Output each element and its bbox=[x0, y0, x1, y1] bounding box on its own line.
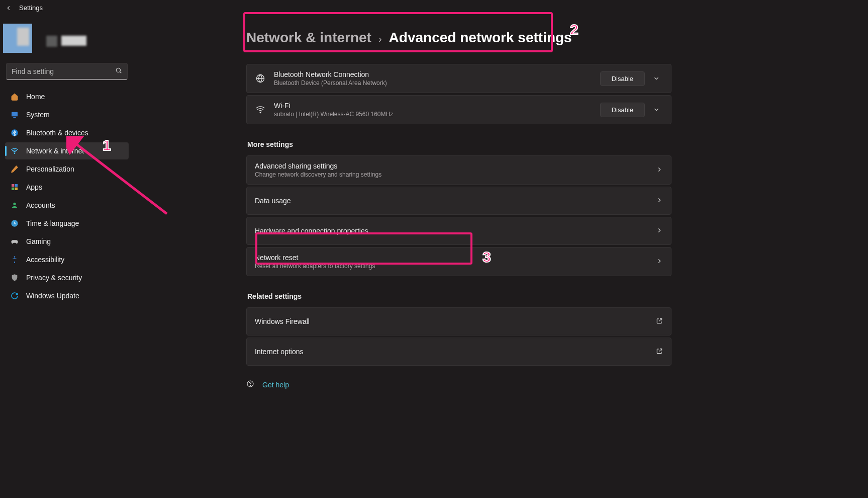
sidebar: Home System Bluetooth & devices Network … bbox=[0, 16, 136, 498]
back-icon[interactable] bbox=[5, 5, 12, 12]
user-block bbox=[3, 19, 131, 62]
system-icon bbox=[10, 110, 19, 119]
disable-button[interactable]: Disable bbox=[600, 71, 645, 86]
sidebar-item-network[interactable]: Network & internet bbox=[5, 142, 129, 159]
sidebar-item-label: Gaming bbox=[26, 237, 51, 245]
settings-item-title: Internet options bbox=[255, 348, 648, 356]
sidebar-item-label: Bluetooth & devices bbox=[26, 129, 88, 137]
sidebar-item-label: Windows Update bbox=[26, 292, 79, 300]
settings-item-advanced-sharing[interactable]: Advanced sharing settings Change network… bbox=[246, 155, 671, 185]
sidebar-item-label: Privacy & security bbox=[26, 274, 82, 282]
wifi-icon bbox=[255, 104, 266, 115]
sidebar-item-label: System bbox=[26, 111, 50, 119]
sidebar-item-privacy[interactable]: Privacy & security bbox=[5, 269, 129, 286]
svg-rect-8 bbox=[15, 188, 18, 190]
home-icon bbox=[10, 92, 19, 101]
sidebar-item-label: Accounts bbox=[26, 201, 55, 209]
accounts-icon bbox=[10, 201, 19, 210]
sidebar-item-time[interactable]: Time & language bbox=[5, 215, 129, 232]
svg-rect-7 bbox=[12, 188, 14, 190]
section-related-settings: Related settings bbox=[247, 292, 671, 300]
sidebar-item-bluetooth[interactable]: Bluetooth & devices bbox=[5, 124, 129, 141]
breadcrumb-current: Advanced network settings bbox=[389, 30, 572, 46]
disable-button[interactable]: Disable bbox=[600, 103, 645, 117]
search-input[interactable] bbox=[6, 63, 128, 80]
section-more-settings: More settings bbox=[247, 140, 671, 148]
app-title: Settings bbox=[19, 4, 43, 12]
svg-point-15 bbox=[250, 385, 250, 386]
sidebar-item-gaming[interactable]: Gaming bbox=[5, 233, 129, 250]
sidebar-nav: Home System Bluetooth & devices Network … bbox=[3, 88, 131, 304]
sidebar-item-label: Network & internet bbox=[26, 147, 84, 155]
sidebar-item-label: Accessibility bbox=[26, 256, 64, 264]
apps-icon bbox=[10, 183, 19, 192]
svg-rect-6 bbox=[15, 184, 18, 187]
adapter-subtitle: subrato | Intel(R) Wireless-AC 9560 160M… bbox=[274, 111, 592, 118]
search-field[interactable] bbox=[12, 67, 115, 75]
sidebar-item-label: Home bbox=[26, 93, 45, 101]
settings-item-data-usage[interactable]: Data usage bbox=[246, 187, 671, 215]
settings-item-title: Windows Firewall bbox=[255, 317, 648, 325]
svg-point-4 bbox=[14, 153, 15, 153]
settings-item-subtitle: Change network discovery and sharing set… bbox=[255, 171, 648, 178]
get-help-label: Get help bbox=[262, 381, 289, 389]
breadcrumb-parent[interactable]: Network & internet bbox=[246, 30, 371, 46]
chevron-right-icon bbox=[656, 197, 663, 205]
sidebar-item-update[interactable]: Windows Update bbox=[5, 287, 129, 304]
chevron-down-icon[interactable] bbox=[650, 103, 663, 116]
update-icon bbox=[10, 291, 19, 300]
settings-item-network-reset[interactable]: Network reset Reset all network adapters… bbox=[246, 247, 671, 276]
globe-icon bbox=[255, 73, 266, 84]
external-link-icon bbox=[656, 317, 663, 326]
adapter-title: Wi-Fi bbox=[274, 102, 592, 110]
chevron-right-icon bbox=[656, 258, 663, 266]
chevron-right-icon bbox=[656, 166, 663, 175]
accessibility-icon bbox=[10, 255, 19, 264]
external-link-icon bbox=[656, 348, 663, 356]
help-icon bbox=[246, 380, 254, 389]
svg-point-0 bbox=[116, 68, 120, 72]
sidebar-item-personalization[interactable]: Personalization bbox=[5, 160, 129, 178]
settings-item-title: Advanced sharing settings bbox=[255, 162, 648, 170]
sidebar-item-apps[interactable]: Apps bbox=[5, 179, 129, 196]
svg-point-3 bbox=[11, 129, 18, 136]
sidebar-item-label: Apps bbox=[26, 183, 42, 191]
sidebar-item-accounts[interactable]: Accounts bbox=[5, 197, 129, 214]
svg-point-11 bbox=[14, 256, 16, 258]
settings-item-title: Network reset bbox=[255, 254, 648, 262]
svg-point-9 bbox=[13, 203, 16, 205]
adapter-card-bluetooth[interactable]: Bluetooth Network Connection Bluetooth D… bbox=[246, 64, 671, 93]
settings-item-subtitle: Reset all network adapters to factory se… bbox=[255, 263, 648, 270]
privacy-icon bbox=[10, 273, 19, 282]
titlebar: Settings bbox=[0, 0, 868, 16]
settings-item-internet-options[interactable]: Internet options bbox=[246, 338, 671, 366]
search-icon bbox=[115, 67, 122, 75]
adapter-subtitle: Bluetooth Device (Personal Area Network) bbox=[274, 79, 592, 87]
sidebar-item-label: Personalization bbox=[26, 165, 74, 173]
settings-item-firewall[interactable]: Windows Firewall bbox=[246, 307, 671, 336]
adapter-title: Bluetooth Network Connection bbox=[274, 70, 592, 78]
sidebar-item-system[interactable]: System bbox=[5, 106, 129, 123]
time-icon bbox=[10, 219, 19, 228]
settings-item-hardware-props[interactable]: Hardware and connection properties bbox=[246, 217, 671, 245]
settings-item-title: Hardware and connection properties bbox=[255, 227, 648, 235]
avatar bbox=[3, 24, 32, 53]
gaming-icon bbox=[10, 237, 19, 246]
sidebar-item-label: Time & language bbox=[26, 219, 79, 227]
personalization-icon bbox=[10, 164, 19, 174]
bluetooth-icon bbox=[10, 128, 19, 137]
chevron-right-icon bbox=[656, 227, 663, 235]
main-content: Network & internet › Advanced network se… bbox=[136, 16, 868, 498]
svg-rect-5 bbox=[12, 184, 14, 187]
settings-item-title: Data usage bbox=[255, 197, 648, 205]
sidebar-item-home[interactable]: Home bbox=[5, 88, 129, 105]
chevron-down-icon[interactable] bbox=[650, 72, 663, 85]
network-icon bbox=[10, 146, 19, 155]
svg-rect-1 bbox=[12, 112, 18, 117]
svg-point-13 bbox=[260, 112, 261, 113]
adapter-card-wifi[interactable]: Wi-Fi subrato | Intel(R) Wireless-AC 956… bbox=[246, 95, 671, 124]
breadcrumb: Network & internet › Advanced network se… bbox=[246, 30, 858, 46]
chevron-right-icon: › bbox=[378, 33, 382, 45]
sidebar-item-accessibility[interactable]: Accessibility bbox=[5, 251, 129, 268]
get-help-link[interactable]: Get help bbox=[246, 380, 671, 389]
